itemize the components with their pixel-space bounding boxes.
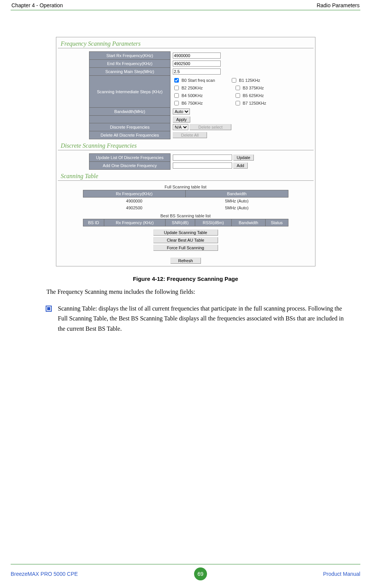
frequency-scanning-screenshot: Frequency Scanning Parameters Start Rx F… bbox=[56, 37, 315, 266]
b7-checkbox[interactable] bbox=[236, 101, 240, 105]
section-title-discrete: Discrete Scanning Frequencies bbox=[58, 141, 314, 150]
update-list-input[interactable] bbox=[173, 155, 232, 161]
add-button[interactable]: Add bbox=[233, 163, 248, 169]
apply-button[interactable]: Apply bbox=[173, 116, 190, 123]
apply-row-label bbox=[89, 116, 170, 123]
discrete-freq-label: Discrete Frequencies bbox=[89, 123, 170, 131]
full-row1-bw: 5MHz (Auto) bbox=[186, 204, 288, 211]
main-step-label: Scanning Main Step(MHz) bbox=[89, 68, 170, 76]
start-rx-input[interactable] bbox=[173, 53, 221, 59]
bullet-text: Scanning Table: displays the list of all… bbox=[58, 304, 345, 334]
footer-right: Product Manual bbox=[323, 571, 360, 577]
b6-checkbox[interactable] bbox=[174, 101, 179, 105]
footer-left: BreezeMAX PRO 5000 CPE bbox=[11, 571, 78, 577]
end-rx-input[interactable] bbox=[173, 61, 221, 67]
b5-checkbox[interactable] bbox=[236, 93, 240, 98]
start-rx-label: Start Rx Frequency(KHz) bbox=[89, 52, 170, 60]
full-row1-freq: 4902500 bbox=[83, 204, 186, 211]
full-scanning-caption: Full Scanning table list bbox=[83, 184, 288, 190]
b1-checkbox[interactable] bbox=[232, 78, 236, 83]
delete-all-label: Delete All Discrete Frequencies bbox=[89, 131, 170, 139]
best-h1: Rx Frequency (KHz) bbox=[104, 219, 166, 226]
add-one-label: Add One Discrete Frequency bbox=[89, 162, 170, 170]
best-h2: SNR(dB) bbox=[165, 219, 195, 226]
full-row0-bw: 5MHz (Auto) bbox=[186, 198, 288, 205]
best-h4: Bandwidth bbox=[231, 219, 265, 226]
b4-checkbox[interactable] bbox=[174, 93, 179, 98]
delete-select-button[interactable]: Delete select bbox=[189, 124, 231, 130]
refresh-button[interactable]: Refresh bbox=[170, 258, 201, 264]
update-scanning-table-button[interactable]: Update Scanning Table bbox=[153, 229, 218, 236]
discrete-select[interactable]: N/A bbox=[173, 124, 188, 130]
b1-option[interactable]: B1 125KHz bbox=[230, 77, 260, 84]
footer-rule bbox=[11, 564, 360, 564]
force-full-scanning-button[interactable]: Force Full Scanning bbox=[153, 245, 218, 251]
b0-option[interactable]: B0 Start freq scan bbox=[173, 77, 215, 84]
bandwidth-label: Bandwidth(MHz) bbox=[89, 108, 170, 116]
table-row: 4900000 5MHz (Auto) bbox=[83, 198, 288, 205]
b0-checkbox[interactable] bbox=[174, 78, 179, 83]
add-one-input[interactable] bbox=[173, 163, 232, 169]
bullet-icon bbox=[46, 306, 52, 312]
page-number-badge: 69 bbox=[194, 567, 207, 580]
figure-caption: Figure 4-12: Frequency Scanning Page bbox=[11, 276, 360, 282]
full-scanning-grid: Rx Frequency(KHz) Bandwidth 4900000 5MHz… bbox=[83, 190, 288, 211]
b4-option[interactable]: B4 500KHz bbox=[173, 92, 203, 99]
freq-params-table: Start Rx Frequency(KHz) End Rx Frequency… bbox=[89, 51, 282, 139]
inter-steps-label: Scanning Intermediate Steps (KHz) bbox=[89, 76, 170, 108]
full-scanning-block: Full Scanning table list Rx Frequency(KH… bbox=[83, 184, 288, 264]
bandwidth-select[interactable]: Auto bbox=[173, 108, 190, 115]
end-rx-label: End Rx Frequency(KHz) bbox=[89, 60, 170, 68]
best-h3: RSSI(dBm) bbox=[195, 219, 232, 226]
section-title-freq-params: Frequency Scanning Parameters bbox=[58, 39, 314, 48]
full-header-bw: Bandwidth bbox=[186, 190, 288, 198]
b6-option[interactable]: B6 750KHz bbox=[173, 100, 203, 107]
scanning-table-buttons: Update Scanning Table Clear Best AU Tabl… bbox=[83, 229, 288, 251]
page-footer: BreezeMAX PRO 5000 CPE 69 Product Manual bbox=[11, 564, 360, 580]
best-bs-grid: BS ID Rx Frequency (KHz) SNR(dB) RSSI(dB… bbox=[83, 219, 288, 226]
b3-option[interactable]: B3 375KHz bbox=[234, 84, 264, 91]
page-header: Chapter 4 - Operation Radio Parameters bbox=[11, 0, 360, 10]
delete-all-button[interactable]: Delete All bbox=[173, 132, 207, 138]
best-h0: BS ID bbox=[83, 219, 104, 226]
full-header-rx: Rx Frequency(KHz) bbox=[83, 190, 186, 198]
discrete-scan-table: Update List Of Discrete Frequencies Upda… bbox=[89, 153, 282, 170]
header-right: Radio Parameters bbox=[317, 2, 360, 8]
clear-best-au-button[interactable]: Clear Best AU Table bbox=[153, 237, 218, 243]
header-left: Chapter 4 - Operation bbox=[11, 2, 63, 8]
bullet-item: Scanning Table: displays the list of all… bbox=[46, 304, 345, 334]
full-row0-freq: 4900000 bbox=[83, 198, 186, 205]
b3-checkbox[interactable] bbox=[236, 86, 240, 90]
section-title-scanning-table: Scanning Table bbox=[58, 171, 314, 181]
intro-text: The Frequency Scanning menu includes the… bbox=[46, 287, 338, 297]
b5-option[interactable]: B5 625KHz bbox=[234, 92, 264, 99]
update-button[interactable]: Update bbox=[233, 155, 253, 161]
b7-option[interactable]: B7 1250KHz bbox=[234, 100, 266, 107]
update-list-label: Update List Of Discrete Frequencies bbox=[89, 154, 170, 162]
main-step-input[interactable] bbox=[173, 69, 221, 75]
header-rule bbox=[11, 10, 360, 10]
b2-option[interactable]: B2 250KHz bbox=[173, 84, 203, 91]
best-bs-caption: Best BS Scanning table list bbox=[83, 213, 288, 219]
b2-checkbox[interactable] bbox=[174, 86, 179, 90]
inter-steps-cell: B0 Start freq scan B1 125KHz B2 250KHz B… bbox=[170, 76, 282, 108]
table-row: 4902500 5MHz (Auto) bbox=[83, 204, 288, 211]
best-h5: Status bbox=[266, 219, 288, 226]
